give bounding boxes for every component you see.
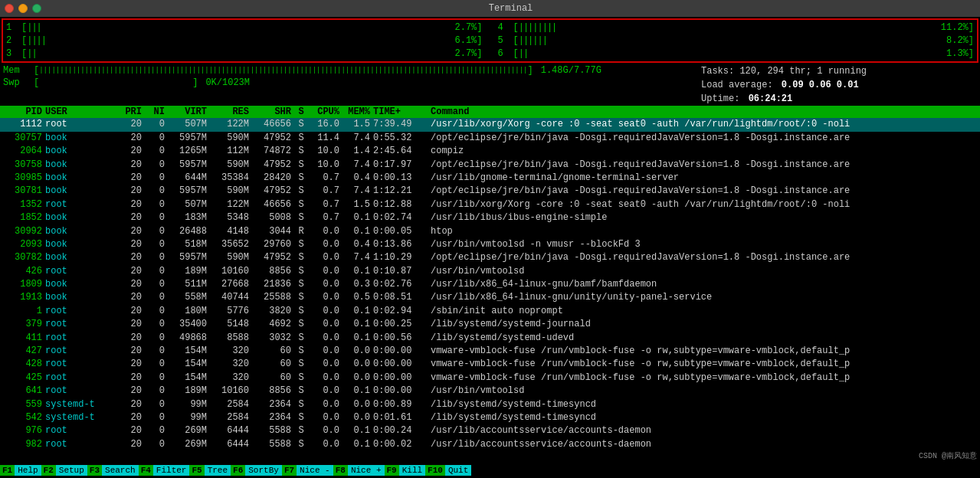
proc-mem: 0.0 bbox=[343, 398, 373, 411]
proc-cmd: /lib/systemd/systemd-timesyncd bbox=[431, 411, 977, 424]
proc-mem: 0.1 bbox=[343, 424, 373, 437]
table-row[interactable]: 30782 book 20 0 5957M 590M 47952 S 0.0 7… bbox=[0, 251, 980, 264]
table-row[interactable]: 1 root 20 0 180M 5776 3820 S 0.0 0.1 0:0… bbox=[0, 305, 980, 318]
proc-shr: 47952 bbox=[252, 159, 294, 172]
table-row[interactable]: 1809 book 20 0 511M 27668 21836 S 0.0 0.… bbox=[0, 278, 980, 291]
proc-s: S bbox=[294, 411, 308, 424]
proc-pri: 20 bbox=[114, 198, 145, 211]
proc-cmd: /usr/bin/vmtoolsd -n vmusr --blockFd 3 bbox=[431, 238, 977, 251]
proc-res: 2584 bbox=[210, 411, 252, 424]
title-bar: Terminal bbox=[0, 0, 980, 17]
proc-user: book bbox=[45, 145, 114, 158]
proc-ni: 0 bbox=[145, 159, 168, 172]
proc-s: S bbox=[294, 238, 308, 251]
proc-s: S bbox=[294, 318, 308, 331]
proc-s: S bbox=[294, 118, 308, 131]
proc-shr: 5588 bbox=[252, 438, 294, 451]
proc-s: S bbox=[294, 185, 308, 198]
bottom-item-f1[interactable]: F1Help bbox=[0, 465, 41, 476]
proc-user: book bbox=[45, 172, 114, 185]
bottom-label: SortBy bbox=[245, 465, 282, 476]
maximize-button[interactable] bbox=[32, 4, 41, 13]
mem-label: Mem bbox=[3, 65, 34, 76]
proc-res: 5348 bbox=[210, 211, 252, 224]
swp-bar bbox=[39, 77, 192, 88]
proc-res: 122M bbox=[210, 198, 252, 211]
proc-time: 0:00.13 bbox=[373, 172, 431, 185]
mem-value: 1.48G/7.77G bbox=[541, 65, 601, 76]
table-row[interactable]: 425 root 20 0 154M 320 60 S 0.0 0.0 0:00… bbox=[0, 372, 980, 385]
table-row[interactable]: 428 root 20 0 154M 320 60 S 0.0 0.0 0:00… bbox=[0, 358, 980, 371]
table-row[interactable]: 982 root 20 0 269M 6444 5588 S 0.0 0.1 0… bbox=[0, 438, 980, 451]
proc-s: S bbox=[294, 438, 308, 451]
bottom-item-f5[interactable]: F5Tree bbox=[189, 465, 231, 476]
table-row[interactable]: 30757 book 20 0 5957M 590M 47952 S 11.4 … bbox=[0, 132, 980, 145]
table-row[interactable]: 30992 book 20 0 26488 4148 3044 R 0.0 0.… bbox=[0, 225, 980, 238]
proc-user: book bbox=[45, 159, 114, 172]
proc-ni: 0 bbox=[145, 185, 168, 198]
bottom-key: F9 bbox=[385, 465, 399, 476]
proc-mem: 0.3 bbox=[343, 278, 373, 291]
bottom-item-f8[interactable]: F8Nice + bbox=[333, 465, 385, 476]
proc-mem: 0.1 bbox=[343, 265, 373, 278]
table-row[interactable]: 427 root 20 0 154M 320 60 S 0.0 0.0 0:00… bbox=[0, 345, 980, 358]
bottom-item-f9[interactable]: F9Kill bbox=[385, 465, 426, 476]
proc-user: book bbox=[45, 251, 114, 264]
proc-res: 4148 bbox=[210, 225, 252, 238]
table-row[interactable]: 1913 book 20 0 558M 40744 25588 S 0.0 0.… bbox=[0, 291, 980, 304]
proc-res: 320 bbox=[210, 358, 252, 371]
bottom-label: Kill bbox=[399, 465, 425, 476]
proc-virt: 99M bbox=[168, 398, 210, 411]
proc-pri: 20 bbox=[114, 159, 145, 172]
bottom-key: F2 bbox=[41, 465, 56, 476]
table-row[interactable]: 30781 book 20 0 5957M 590M 47952 S 0.7 7… bbox=[0, 185, 980, 198]
table-row[interactable]: 542 systemd-t 20 0 99M 2584 2364 S 0.0 0… bbox=[0, 411, 980, 424]
proc-virt: 189M bbox=[168, 265, 210, 278]
table-row[interactable]: 976 root 20 0 269M 6444 5588 S 0.0 0.1 0… bbox=[0, 424, 980, 437]
proc-cpu: 0.0 bbox=[308, 265, 343, 278]
col-header-shr: SHR bbox=[252, 106, 294, 117]
proc-s: S bbox=[294, 358, 308, 371]
table-row[interactable]: 411 root 20 0 49868 8588 3032 S 0.0 0.1 … bbox=[0, 332, 980, 345]
proc-time: 0:00.24 bbox=[373, 424, 431, 437]
proc-ni: 0 bbox=[145, 424, 168, 437]
table-row[interactable]: 426 root 20 0 189M 10160 8856 S 0.0 0.1 … bbox=[0, 265, 980, 278]
bottom-key: F6 bbox=[231, 465, 245, 476]
table-row[interactable]: 379 root 20 0 35400 5148 4692 S 0.0 0.1 … bbox=[0, 318, 980, 331]
table-row[interactable]: 1352 root 20 0 507M 122M 46656 S 0.7 1.5… bbox=[0, 198, 980, 211]
table-row[interactable]: 2093 book 20 0 518M 35652 29760 S 0.0 0.… bbox=[0, 238, 980, 251]
bottom-item-f3[interactable]: F3Search bbox=[87, 465, 139, 476]
table-row[interactable]: 559 systemd-t 20 0 99M 2584 2364 S 0.0 0… bbox=[0, 398, 980, 411]
bottom-item-f6[interactable]: F6SortBy bbox=[231, 465, 282, 476]
bottom-key: F3 bbox=[87, 465, 102, 476]
proc-pid: 2064 bbox=[3, 145, 45, 158]
proc-pid: 30781 bbox=[3, 185, 45, 198]
bottom-item-f4[interactable]: F4Filter bbox=[139, 465, 190, 476]
close-button[interactable] bbox=[5, 4, 14, 13]
bottom-key: F1 bbox=[0, 465, 15, 476]
bottom-item-f7[interactable]: F7Nice - bbox=[282, 465, 333, 476]
cpu-right: 4 [ |||||||| 11.2%] 5 [ |||||| 8.2%] 6 [… bbox=[498, 21, 975, 60]
table-row[interactable]: 30985 book 20 0 644M 35384 28420 S 0.7 0… bbox=[0, 172, 980, 185]
proc-pri: 20 bbox=[114, 225, 145, 238]
proc-s: S bbox=[294, 385, 308, 398]
proc-pri: 20 bbox=[114, 291, 145, 304]
proc-time: 0:08.51 bbox=[373, 291, 431, 304]
cpu-label-2: 2 bbox=[6, 34, 21, 47]
table-row[interactable]: 1852 book 20 0 183M 5348 5008 S 0.7 0.1 … bbox=[0, 211, 980, 224]
proc-cpu: 0.0 bbox=[308, 411, 343, 424]
proc-shr: 5588 bbox=[252, 424, 294, 437]
proc-shr: 60 bbox=[252, 358, 294, 371]
table-row[interactable]: 641 root 20 0 189M 10160 8856 S 0.0 0.1 … bbox=[0, 385, 980, 398]
minimize-button[interactable] bbox=[18, 4, 28, 13]
table-row[interactable]: 1112 root 20 0 507M 122M 46656 S 16.0 1.… bbox=[0, 118, 980, 131]
bottom-item-f10[interactable]: F10Quit bbox=[425, 465, 471, 476]
window-title: Terminal bbox=[46, 3, 975, 14]
table-header: PID USER PRI NI VIRT RES SHR S CPU% MEM%… bbox=[0, 106, 980, 118]
proc-user: book bbox=[45, 238, 114, 251]
proc-shr: 46656 bbox=[252, 198, 294, 211]
table-row[interactable]: 2064 book 20 0 1265M 112M 74872 S 10.0 1… bbox=[0, 145, 980, 158]
proc-mem: 1.5 bbox=[343, 198, 373, 211]
bottom-item-f2[interactable]: F2Setup bbox=[41, 465, 87, 476]
table-row[interactable]: 30758 book 20 0 5957M 590M 47952 S 10.0 … bbox=[0, 159, 980, 172]
